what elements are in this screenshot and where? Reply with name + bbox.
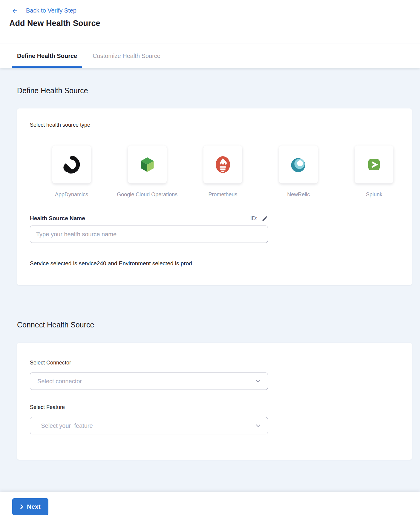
source-type-label: Prometheus (208, 191, 237, 198)
source-type-newrelic: NewRelic (261, 145, 336, 198)
source-type-prometheus: Prometheus (185, 145, 260, 198)
chevron-down-icon (256, 424, 260, 427)
select-feature-label: Select Feature (30, 404, 412, 410)
newrelic-tile[interactable] (279, 145, 318, 183)
service-environment-text: Service selected is service240 and Envir… (30, 260, 412, 267)
appdynamics-icon (62, 155, 81, 174)
page-header: Back to Verify Step Add New Health Sourc… (0, 0, 420, 44)
source-type-splunk: Splunk (336, 145, 412, 198)
source-type-google-cloud-operations: Google Cloud Operations (109, 145, 185, 198)
tab-customize-health-source[interactable]: Customize Health Source (93, 44, 160, 68)
tab-define-health-source[interactable]: Define Health Source (17, 44, 77, 68)
main-content: Define Health Source Select health sourc… (0, 68, 420, 492)
back-link[interactable]: Back to Verify Step (0, 0, 420, 14)
source-type-appdynamics: AppDynamics (34, 145, 109, 198)
source-type-label: NewRelic (287, 191, 310, 198)
source-type-label: AppDynamics (55, 191, 88, 198)
health-source-name-row: Health Source Name ID: (30, 215, 268, 222)
back-link-label: Back to Verify Step (26, 7, 76, 14)
pencil-icon (262, 215, 268, 222)
select-connector-label: Select Connector (30, 360, 412, 366)
appdynamics-tile[interactable] (52, 145, 91, 183)
google-cloud-operations-tile[interactable] (128, 145, 167, 183)
health-source-name-input[interactable] (30, 226, 268, 243)
next-button-label: Next (27, 503, 41, 510)
newrelic-icon (290, 156, 307, 173)
tab-bar: Define Health Source Customize Health So… (0, 44, 420, 68)
prometheus-icon (213, 155, 232, 174)
edit-id-button[interactable] (262, 215, 268, 222)
define-health-source-card: Select health source type AppDynamics (17, 108, 412, 285)
footer-bar: Next (0, 492, 420, 521)
back-arrow-icon (11, 7, 19, 14)
feature-select[interactable]: - Select your feature - (30, 417, 268, 434)
id-group: ID: (250, 215, 268, 222)
connector-select-value: Select connector (37, 378, 82, 385)
next-button[interactable]: Next (12, 498, 48, 515)
health-source-name-label: Health Source Name (30, 215, 85, 222)
select-source-type-label: Select health source type (30, 122, 412, 128)
source-type-row: AppDynamics Google Cloud Operations (34, 145, 412, 198)
chevron-down-icon (256, 380, 260, 383)
page-title: Add New Health Source (9, 19, 420, 28)
connector-select[interactable]: Select connector (30, 373, 268, 390)
feature-select-value: - Select your feature - (37, 422, 96, 429)
prometheus-tile[interactable] (203, 145, 242, 183)
splunk-icon (364, 155, 384, 174)
source-type-label: Google Cloud Operations (117, 191, 177, 198)
google-cloud-operations-icon (138, 156, 156, 174)
id-label: ID: (250, 215, 257, 222)
chevron-right-icon (20, 504, 24, 509)
connect-section-heading: Connect Health Source (17, 321, 412, 329)
connect-health-source-card: Select Connector Select connector Select… (17, 343, 412, 460)
source-type-label: Splunk (366, 191, 382, 198)
splunk-tile[interactable] (355, 145, 393, 183)
define-section-heading: Define Health Source (17, 86, 412, 95)
